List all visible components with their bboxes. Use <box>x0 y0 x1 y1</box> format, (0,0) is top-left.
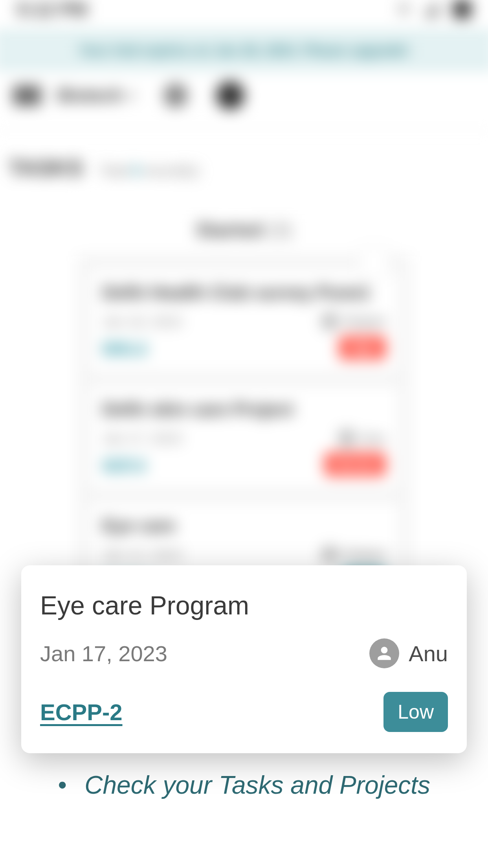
chevron-down-icon: ▾ <box>128 87 136 103</box>
bullet: • <box>58 771 66 799</box>
task-assignee: Robert <box>321 546 386 563</box>
task-assignee: Robert <box>321 313 386 330</box>
caption-text: Check your Tasks and Projects <box>84 771 430 799</box>
section-heading: TASKS Total 5 record(s) <box>0 131 488 188</box>
section-title: TASKS <box>9 155 84 180</box>
task-detail-popup[interactable]: Eye care Program Jan 17, 2023 Anu ECPP-2… <box>21 565 467 753</box>
signal-icon <box>424 0 442 18</box>
task-date: Jan 18, 2023 <box>103 314 182 329</box>
avatar-icon <box>321 313 339 330</box>
task-code-link[interactable]: SCP-3 <box>103 456 145 473</box>
priority-badge: High <box>339 336 385 360</box>
task-assignee: Anu <box>338 429 385 447</box>
task-date: Jan 12, 2023 <box>103 547 182 563</box>
popup-title: Eye care Program <box>40 590 448 620</box>
priority-badge: Normal <box>325 452 386 476</box>
avatar-icon <box>338 429 355 447</box>
battery-icon <box>453 0 471 18</box>
task-title: Delhi Health Club survey Pune1 <box>103 283 386 303</box>
task-title: Eye care <box>103 516 386 536</box>
task-card[interactable]: Delhi Health Club survey Pune1 Jan 18, 2… <box>88 269 399 373</box>
hamburger-icon[interactable] <box>13 85 41 105</box>
trial-banner[interactable]: Your trial expires on Jan 28, 2024. Plea… <box>0 31 488 69</box>
popup-code-link[interactable]: ECPP-2 <box>40 699 123 725</box>
brand-selector[interactable]: Biotech ▾ <box>57 85 135 105</box>
profile-avatar[interactable] <box>216 81 244 110</box>
board-option-button[interactable] <box>358 246 390 278</box>
status-time: 5:12 PM <box>17 0 87 20</box>
task-date: Jan 17, 2023 <box>103 430 182 446</box>
column-name: Started <box>196 219 263 241</box>
column-count: (3) <box>268 219 292 241</box>
task-title: Delhi skin care Project <box>103 399 386 419</box>
avatar-icon <box>321 546 339 563</box>
popup-date: Jan 17, 2023 <box>40 641 167 666</box>
topbar: Biotech ▾ <box>0 69 488 131</box>
add-button[interactable] <box>163 83 188 108</box>
brand-name: Biotech <box>57 85 123 105</box>
instruction-caption: • Check your Tasks and Projects <box>0 771 488 800</box>
avatar-icon <box>369 638 399 668</box>
task-card[interactable]: Delhi skin care Project Jan 17, 2023 Anu… <box>88 385 399 490</box>
wifi-icon <box>395 0 413 18</box>
popup-priority-badge: Low <box>383 692 448 732</box>
task-code-link[interactable]: DHC-2 <box>103 339 147 356</box>
popup-assignee: Anu <box>369 638 448 668</box>
popup-assignee-name: Anu <box>409 641 448 666</box>
section-subtitle: Total 5 record(s) <box>99 163 199 178</box>
status-icons <box>395 0 471 18</box>
status-bar: 5:12 PM <box>0 0 488 31</box>
